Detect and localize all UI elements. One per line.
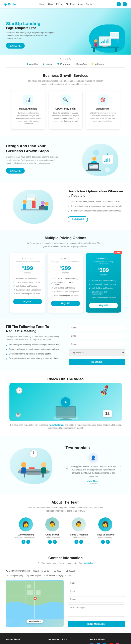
team-fb-2[interactable]: f [74, 540, 78, 544]
team-avatar-3: 👩 [98, 518, 112, 532]
footer-linkedin-icon[interactable]: in [102, 643, 107, 644]
services-title: Business Growth Services [6, 74, 125, 78]
pricing-dollar-0: $ [22, 265, 24, 268]
team-fb-1[interactable]: f [48, 540, 52, 544]
nav-social-icon-2[interactable]: f [122, 2, 127, 6]
footer-links: Important Links Home About Us Services P… [48, 638, 84, 644]
meeting-title: Fill The Following Form To Request A Mee… [6, 324, 62, 334]
team-tw-3[interactable]: t [106, 540, 110, 544]
team-tw-0[interactable]: t [26, 540, 30, 544]
meeting-requirements-select[interactable]: requirements [68, 349, 125, 356]
design-cta-button[interactable]: EXPLORE [6, 168, 25, 174]
nav-link-about2[interactable]: About [78, 3, 83, 6]
meeting-item-1: ● Connect with your frequent customers i… [6, 348, 62, 351]
contact-send-button[interactable]: SEND MESSAGE [68, 621, 125, 627]
meeting-requirements-field: requirements [68, 349, 125, 356]
nav-link-about[interactable]: About [48, 3, 54, 6]
contact-name-input[interactable] [68, 580, 125, 586]
contact-message-input[interactable] [68, 604, 125, 616]
trusted-icon-0: ◈ [26, 62, 28, 66]
footer-links-title: Important Links [48, 638, 84, 641]
search-title: Search For Optimization Wherever Is Poss… [68, 189, 125, 198]
service-card-1: 🔍 Opportunity Scan Once the team bring i… [48, 91, 83, 130]
nav-social-icon-1[interactable]: t [116, 2, 121, 6]
search-item-0: ✓ Success will have you step by step in … [68, 200, 125, 204]
contact-message-field [68, 604, 125, 617]
contact-phone-input[interactable] [68, 596, 125, 602]
team-tw-1[interactable]: t [53, 540, 57, 544]
testimonials-illustration [6, 442, 62, 488]
pricing-price-0: $199 [13, 265, 42, 272]
pricing-tier-1: MEDIUM [51, 258, 80, 260]
video-title: Check Out The Video [6, 377, 125, 382]
testimonial-next-button[interactable]: › [119, 466, 121, 472]
trusted-logo-1: ▲ Upstart [42, 62, 53, 66]
contact-info-item-0: 📞 GetInfo/NewStarter.com – 0923.4 – (5) … [6, 570, 76, 572]
pricing-btn-2[interactable]: REQUEST [89, 303, 118, 308]
svg-rect-9 [104, 40, 105, 43]
meeting-form: requirements REQUEST [68, 324, 125, 365]
footer-link-0[interactable]: Home [48, 643, 84, 644]
footer-about: About Evolo Use Evolo free landing page … [6, 638, 42, 644]
whatsapp-link[interactable]: WhatsApp [84, 562, 94, 564]
search-item-text-1: It is able to develop your company and m… [71, 205, 122, 207]
trusted-title: Trusted By [4, 58, 127, 60]
pricing-features-1: Improve Your Email Marketing Access to 5… [51, 277, 80, 298]
contact-email-input[interactable] [68, 588, 125, 594]
map-placeholder: San Francisco [6, 580, 64, 627]
pricing-btn-1[interactable]: REQUEST [51, 301, 80, 306]
design-content: Design And Plan Your Business Growth Ste… [6, 144, 64, 174]
team-avatar-1: 👨 [45, 518, 60, 532]
svg-rect-61 [21, 468, 26, 474]
footer-youtube-icon[interactable]: ▶ [108, 643, 114, 644]
team-fb-3[interactable]: f [101, 540, 105, 544]
meeting-item-0: ● Automate your marketing analytics and … [6, 344, 62, 346]
footer-instagram-icon[interactable]: ig [115, 643, 120, 644]
video-box: 🕐 🚀 12 ☕ [10, 383, 122, 421]
pricing-tier-2: COMPLETE [89, 258, 118, 260]
footer-grid: About Evolo Use Evolo free landing page … [6, 638, 125, 644]
meeting-submit-button[interactable]: REQUEST [68, 359, 125, 365]
meeting-icon-1: ● [6, 348, 8, 351]
pricing-card-complete: ★ Best COMPLETE For the complete package… [86, 253, 121, 312]
team-socials-3: f t [93, 540, 117, 544]
svg-rect-8 [102, 41, 104, 43]
team-tw-2[interactable]: t [79, 540, 83, 544]
logo[interactable]: ◉ Evolo [4, 2, 16, 6]
contact-info-title: Contact Information [6, 556, 125, 560]
footer-facebook-icon[interactable]: f [89, 643, 94, 644]
svg-point-47 [45, 202, 48, 206]
map-svg [6, 580, 64, 620]
pricing-btn-0[interactable]: REQUEST [13, 299, 42, 304]
search-cta-button[interactable]: FIND MORE [68, 216, 88, 222]
svg-rect-31 [104, 161, 105, 162]
nav-link-blog[interactable]: BlogPost [66, 3, 75, 6]
team-fb-0[interactable]: f [22, 540, 26, 544]
play-button[interactable] [61, 397, 70, 407]
svg-rect-29 [86, 170, 101, 171]
nav-link-home[interactable]: Home [39, 3, 45, 6]
meeting-phone-input[interactable] [68, 341, 125, 347]
footer-socials: f t in ▶ ig [89, 643, 125, 644]
meeting-name-input[interactable] [68, 324, 125, 331]
meeting-section: Fill The Following Form To Request A Mee… [0, 318, 131, 371]
hero-cta-button[interactable]: EXPLORE [6, 43, 25, 48]
svg-rect-1 [93, 48, 95, 52]
svg-rect-27 [90, 166, 95, 166]
nav-link-contact[interactable]: Contact [86, 3, 94, 6]
hero-tag: StartUp Landing [6, 21, 66, 26]
svg-rect-65 [46, 470, 48, 470]
meeting-email-input[interactable] [68, 333, 125, 339]
pricing-sub-2: For the complete package experience [89, 260, 118, 264]
pricing-feature-1-0: Improve Your Email Marketing [51, 277, 80, 280]
pricing-feature-1-2: Link Building and Training [51, 286, 80, 290]
footer-twitter-icon[interactable]: t [96, 643, 101, 644]
testimonial-prev-button[interactable]: ‹ [66, 466, 68, 472]
contact-email-field [68, 588, 125, 594]
svg-rect-11 [107, 39, 108, 43]
svg-point-44 [41, 201, 45, 205]
nav-link-pricing[interactable]: Pricing [56, 3, 63, 6]
svg-point-22 [92, 157, 96, 161]
pricing-feature-1-4: More Searching And Situation [51, 294, 80, 298]
coffee-icon: ☕ [16, 412, 21, 417]
